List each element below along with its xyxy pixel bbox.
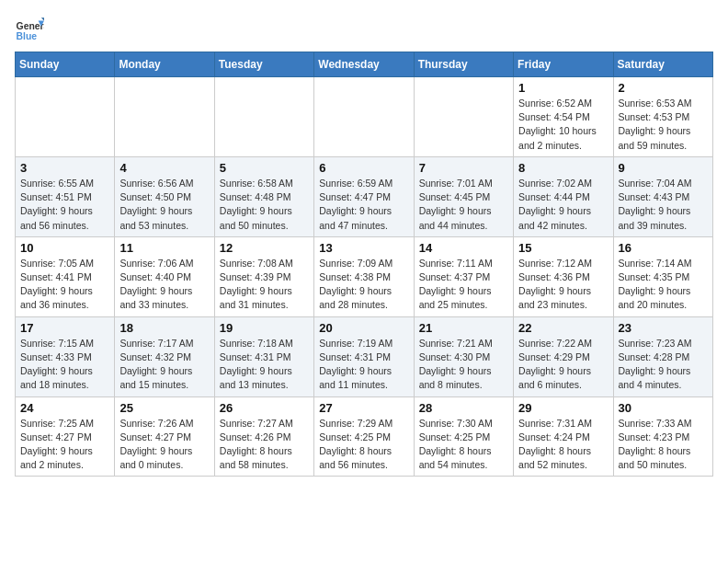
day-detail: Sunrise: 7:21 AM Sunset: 4:30 PM Dayligh… [419, 337, 508, 393]
day-number: 24 [20, 401, 109, 415]
day-cell [214, 77, 313, 157]
weekday-header-row: SundayMondayTuesdayWednesdayThursdayFrid… [16, 52, 713, 77]
day-cell [414, 77, 513, 157]
day-number: 3 [20, 161, 109, 175]
day-cell: 19Sunrise: 7:18 AM Sunset: 4:31 PM Dayli… [214, 316, 313, 396]
day-number: 14 [419, 241, 508, 255]
day-detail: Sunrise: 6:59 AM Sunset: 4:47 PM Dayligh… [319, 177, 408, 233]
day-cell: 8Sunrise: 7:02 AM Sunset: 4:44 PM Daylig… [514, 156, 613, 236]
day-number: 7 [419, 161, 508, 175]
weekday-header-friday: Friday [514, 52, 613, 77]
day-detail: Sunrise: 6:52 AM Sunset: 4:54 PM Dayligh… [518, 97, 608, 153]
day-number: 9 [619, 161, 708, 175]
day-detail: Sunrise: 6:56 AM Sunset: 4:50 PM Dayligh… [119, 177, 209, 233]
logo-icon: General Blue [15, 15, 44, 44]
day-detail: Sunrise: 7:12 AM Sunset: 4:36 PM Dayligh… [518, 257, 608, 313]
day-cell: 22Sunrise: 7:22 AM Sunset: 4:29 PM Dayli… [514, 316, 613, 396]
day-detail: Sunrise: 7:04 AM Sunset: 4:43 PM Dayligh… [619, 177, 708, 233]
day-number: 26 [220, 401, 309, 415]
day-cell: 15Sunrise: 7:12 AM Sunset: 4:36 PM Dayli… [514, 236, 613, 316]
day-detail: Sunrise: 7:08 AM Sunset: 4:39 PM Dayligh… [220, 257, 309, 313]
day-detail: Sunrise: 6:55 AM Sunset: 4:51 PM Dayligh… [20, 177, 109, 233]
day-number: 23 [619, 321, 708, 335]
logo: General Blue [15, 15, 44, 44]
day-detail: Sunrise: 7:14 AM Sunset: 4:35 PM Dayligh… [619, 257, 708, 313]
day-cell: 2Sunrise: 6:53 AM Sunset: 4:53 PM Daylig… [613, 77, 712, 157]
day-cell: 7Sunrise: 7:01 AM Sunset: 4:45 PM Daylig… [414, 156, 513, 236]
day-cell [314, 77, 414, 157]
svg-marker-3 [41, 17, 44, 20]
day-number: 15 [518, 241, 608, 255]
day-cell [115, 77, 214, 157]
page-header: General Blue [15, 15, 713, 44]
day-cell: 14Sunrise: 7:11 AM Sunset: 4:37 PM Dayli… [414, 236, 513, 316]
weekday-header-monday: Monday [115, 52, 214, 77]
day-cell: 11Sunrise: 7:06 AM Sunset: 4:40 PM Dayli… [115, 236, 214, 316]
day-cell: 24Sunrise: 7:25 AM Sunset: 4:27 PM Dayli… [16, 396, 115, 477]
day-cell: 4Sunrise: 6:56 AM Sunset: 4:50 PM Daylig… [115, 156, 214, 236]
day-detail: Sunrise: 7:06 AM Sunset: 4:40 PM Dayligh… [119, 257, 209, 313]
day-cell: 29Sunrise: 7:31 AM Sunset: 4:24 PM Dayli… [514, 396, 613, 477]
day-cell: 9Sunrise: 7:04 AM Sunset: 4:43 PM Daylig… [613, 156, 712, 236]
day-number: 6 [319, 161, 408, 175]
day-detail: Sunrise: 7:01 AM Sunset: 4:45 PM Dayligh… [419, 177, 508, 233]
day-cell: 27Sunrise: 7:29 AM Sunset: 4:25 PM Dayli… [314, 396, 414, 477]
day-number: 1 [518, 81, 608, 95]
day-number: 8 [518, 161, 608, 175]
day-cell: 21Sunrise: 7:21 AM Sunset: 4:30 PM Dayli… [414, 316, 513, 396]
week-row-5: 24Sunrise: 7:25 AM Sunset: 4:27 PM Dayli… [16, 396, 713, 477]
day-detail: Sunrise: 6:58 AM Sunset: 4:48 PM Dayligh… [220, 177, 309, 233]
day-number: 4 [119, 161, 209, 175]
day-number: 19 [220, 321, 309, 335]
day-cell: 12Sunrise: 7:08 AM Sunset: 4:39 PM Dayli… [214, 236, 313, 316]
day-number: 13 [319, 241, 408, 255]
day-detail: Sunrise: 7:30 AM Sunset: 4:25 PM Dayligh… [419, 417, 508, 473]
day-detail: Sunrise: 7:29 AM Sunset: 4:25 PM Dayligh… [319, 417, 408, 473]
day-cell: 17Sunrise: 7:15 AM Sunset: 4:33 PM Dayli… [16, 316, 115, 396]
day-cell: 18Sunrise: 7:17 AM Sunset: 4:32 PM Dayli… [115, 316, 214, 396]
day-cell: 6Sunrise: 6:59 AM Sunset: 4:47 PM Daylig… [314, 156, 414, 236]
day-cell: 5Sunrise: 6:58 AM Sunset: 4:48 PM Daylig… [214, 156, 313, 236]
day-number: 16 [619, 241, 708, 255]
day-cell: 26Sunrise: 7:27 AM Sunset: 4:26 PM Dayli… [214, 396, 313, 477]
day-cell: 1Sunrise: 6:52 AM Sunset: 4:54 PM Daylig… [514, 77, 613, 157]
day-detail: Sunrise: 7:15 AM Sunset: 4:33 PM Dayligh… [20, 337, 109, 393]
day-cell: 28Sunrise: 7:30 AM Sunset: 4:25 PM Dayli… [414, 396, 513, 477]
day-detail: Sunrise: 7:23 AM Sunset: 4:28 PM Dayligh… [619, 337, 708, 393]
day-detail: Sunrise: 7:17 AM Sunset: 4:32 PM Dayligh… [119, 337, 209, 393]
day-detail: Sunrise: 7:25 AM Sunset: 4:27 PM Dayligh… [20, 417, 109, 473]
day-number: 18 [119, 321, 209, 335]
day-cell: 25Sunrise: 7:26 AM Sunset: 4:27 PM Dayli… [115, 396, 214, 477]
day-number: 20 [319, 321, 408, 335]
day-number: 25 [119, 401, 209, 415]
day-number: 2 [619, 81, 708, 95]
day-cell: 30Sunrise: 7:33 AM Sunset: 4:23 PM Dayli… [613, 396, 712, 477]
day-number: 17 [20, 321, 109, 335]
day-cell [16, 77, 115, 157]
day-number: 28 [419, 401, 508, 415]
day-cell: 10Sunrise: 7:05 AM Sunset: 4:41 PM Dayli… [16, 236, 115, 316]
day-detail: Sunrise: 7:09 AM Sunset: 4:38 PM Dayligh… [319, 257, 408, 313]
weekday-header-sunday: Sunday [16, 52, 115, 77]
svg-text:Blue: Blue [17, 31, 38, 41]
week-row-1: 1Sunrise: 6:52 AM Sunset: 4:54 PM Daylig… [16, 77, 713, 157]
day-number: 30 [619, 401, 708, 415]
day-number: 12 [220, 241, 309, 255]
day-detail: Sunrise: 7:31 AM Sunset: 4:24 PM Dayligh… [518, 417, 608, 473]
week-row-4: 17Sunrise: 7:15 AM Sunset: 4:33 PM Dayli… [16, 316, 713, 396]
calendar-table: SundayMondayTuesdayWednesdayThursdayFrid… [15, 52, 713, 477]
day-detail: Sunrise: 7:33 AM Sunset: 4:23 PM Dayligh… [619, 417, 708, 473]
day-number: 5 [220, 161, 309, 175]
day-cell: 16Sunrise: 7:14 AM Sunset: 4:35 PM Dayli… [613, 236, 712, 316]
day-number: 29 [518, 401, 608, 415]
weekday-header-wednesday: Wednesday [314, 52, 414, 77]
day-cell: 23Sunrise: 7:23 AM Sunset: 4:28 PM Dayli… [613, 316, 712, 396]
day-cell: 20Sunrise: 7:19 AM Sunset: 4:31 PM Dayli… [314, 316, 414, 396]
day-number: 10 [20, 241, 109, 255]
day-detail: Sunrise: 7:02 AM Sunset: 4:44 PM Dayligh… [518, 177, 608, 233]
day-detail: Sunrise: 7:27 AM Sunset: 4:26 PM Dayligh… [220, 417, 309, 473]
day-cell: 3Sunrise: 6:55 AM Sunset: 4:51 PM Daylig… [16, 156, 115, 236]
day-detail: Sunrise: 7:05 AM Sunset: 4:41 PM Dayligh… [20, 257, 109, 313]
day-detail: Sunrise: 7:18 AM Sunset: 4:31 PM Dayligh… [220, 337, 309, 393]
day-number: 11 [119, 241, 209, 255]
